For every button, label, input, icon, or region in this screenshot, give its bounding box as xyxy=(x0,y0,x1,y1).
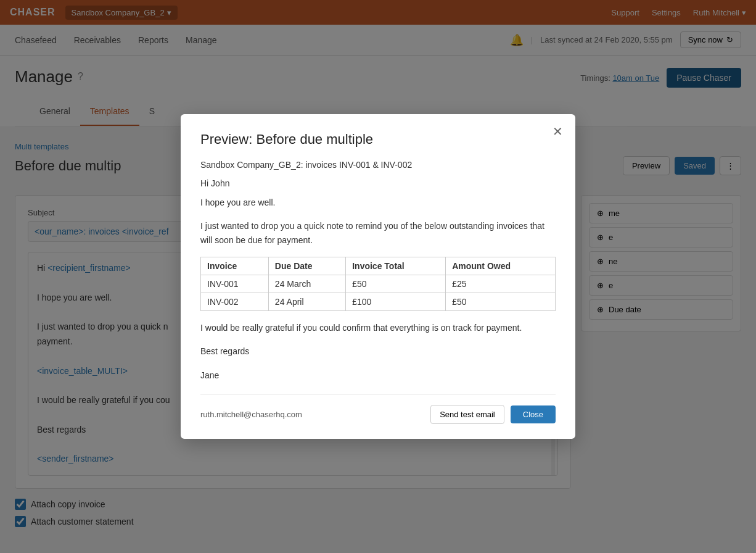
modal-meta: Sandbox Company_GB_2: invoices INV-001 &… xyxy=(200,160,556,170)
table-row: INV-00124 March£50£25 xyxy=(201,275,556,293)
table-cell: INV-002 xyxy=(201,293,269,311)
modal-invoice-table: Invoice Due Date Invoice Total Amount Ow… xyxy=(200,257,556,311)
table-cell: INV-001 xyxy=(201,275,269,293)
modal-overlay[interactable]: ✕ Preview: Before due multiple Sandbox C… xyxy=(0,0,756,542)
modal-para2: I just wanted to drop you a quick note t… xyxy=(200,219,556,247)
modal-title: Preview: Before due multiple xyxy=(200,131,556,148)
modal-sender: Jane xyxy=(200,368,556,382)
send-test-email-button[interactable]: Send test email xyxy=(430,405,504,424)
modal-footer: ruth.mitchell@chaserhq.com Send test ema… xyxy=(200,394,556,424)
modal-greeting: Hi John xyxy=(200,178,556,188)
table-cell: £100 xyxy=(346,293,446,311)
table-cell: £25 xyxy=(446,275,556,293)
modal-email: ruth.mitchell@chaserhq.com xyxy=(200,410,302,419)
modal-close-button[interactable]: ✕ xyxy=(553,124,563,139)
col-amount-owed: Amount Owed xyxy=(446,257,556,275)
table-cell: £50 xyxy=(346,275,446,293)
table-cell: 24 March xyxy=(268,275,345,293)
col-invoice: Invoice xyxy=(201,257,269,275)
modal-para3: I would be really grateful if you could … xyxy=(200,321,556,335)
preview-modal: ✕ Preview: Before due multiple Sandbox C… xyxy=(181,114,575,439)
modal-para1: I hope you are well. xyxy=(200,196,556,209)
close-modal-button[interactable]: Close xyxy=(511,405,556,423)
col-due-date: Due Date xyxy=(268,257,345,275)
table-row: INV-00224 April£100£50 xyxy=(201,293,556,311)
modal-regards: Best regards xyxy=(200,344,556,358)
table-cell: 24 April xyxy=(268,293,345,311)
col-invoice-total: Invoice Total xyxy=(346,257,446,275)
table-cell: £50 xyxy=(446,293,556,311)
